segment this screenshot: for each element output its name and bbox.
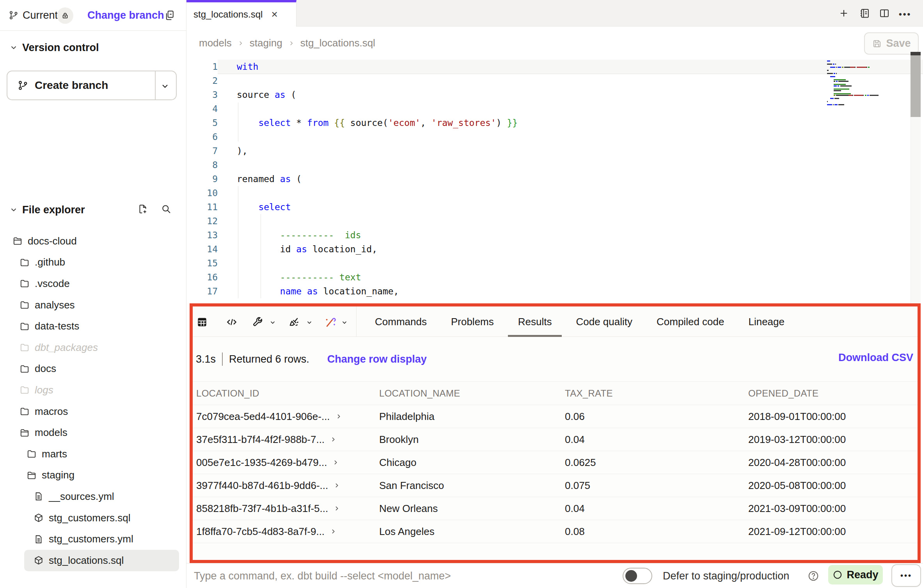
file-label: models: [35, 427, 67, 439]
code-line-3[interactable]: 3source as (: [186, 88, 923, 102]
code-line-13[interactable]: 13 ---------- ids: [186, 228, 923, 242]
broom-dropdown-chevron-icon[interactable]: [306, 319, 313, 326]
code-line-8[interactable]: 8: [186, 158, 923, 172]
command-input[interactable]: Type a command, ex. dbt build --select <…: [194, 563, 584, 588]
file-tree-item-docs-cloud[interactable]: docs-cloud: [0, 230, 186, 252]
table-view-icon[interactable]: [196, 316, 208, 328]
panel-tab-code-quality[interactable]: Code quality: [576, 306, 632, 337]
file-tree-item--sources-yml[interactable]: __sources.yml: [0, 486, 186, 507]
change-row-display-link[interactable]: Change row display: [327, 353, 427, 365]
save-button[interactable]: Save: [864, 32, 919, 55]
folder-open-icon: [20, 428, 30, 438]
file-explorer-chevron-icon[interactable]: [9, 205, 18, 214]
table-cell: 1f8ffa70-7cb5-4d83-8a7f-9...: [196, 526, 379, 538]
close-icon[interactable]: ×: [271, 9, 277, 20]
file-tree-item--github[interactable]: .github: [0, 252, 186, 273]
code-line-10[interactable]: 10: [186, 186, 923, 200]
create-branch-dropdown-chevron-icon[interactable]: [160, 81, 170, 91]
panel-tab-results[interactable]: Results: [518, 306, 552, 337]
code-line-9[interactable]: 9renamed as (: [186, 172, 923, 186]
indent-guide: [238, 103, 238, 142]
results-panel-highlighted: CommandsProblemsResultsCode qualityCompi…: [190, 303, 921, 563]
code-line-2[interactable]: 2: [186, 74, 923, 88]
file-tree-item-staging[interactable]: staging: [0, 465, 186, 486]
version-control-title: Version control: [22, 42, 99, 54]
editor-scrollbar-thumb[interactable]: [911, 55, 921, 117]
code-line-5[interactable]: 5 select * from {{ source('ecom', 'raw_s…: [186, 116, 923, 130]
file-tree-item-models[interactable]: models: [0, 422, 186, 443]
status-badge-ready[interactable]: Ready: [828, 565, 883, 584]
file-tree-item-logs[interactable]: logs: [0, 379, 186, 401]
column-header[interactable]: OPENED_DATE: [748, 388, 918, 399]
wand-icon[interactable]: [325, 316, 336, 328]
code-line-6[interactable]: 6: [186, 130, 923, 144]
plus-icon[interactable]: [838, 8, 849, 19]
button-divider: [155, 71, 156, 99]
panel-tab-lineage[interactable]: Lineage: [748, 306, 785, 337]
code-view-icon[interactable]: [226, 316, 238, 328]
file-label: stg_locations.sql: [49, 554, 124, 567]
table-cell: 0.06: [565, 411, 748, 423]
code-line-1[interactable]: 1with: [186, 60, 923, 74]
wrench-icon[interactable]: [252, 316, 263, 328]
file-tree-item-macros[interactable]: macros: [0, 401, 186, 422]
editor-minimap[interactable]: [827, 60, 910, 106]
editor-tab-stg-locations[interactable]: stg_locations.sql ×: [186, 0, 296, 27]
table-cell: 7c079cea-5ed4-4101-906e-...: [196, 411, 379, 423]
file-tree-item-analyses[interactable]: analyses: [0, 294, 186, 316]
file-tree-item-dbt-packages[interactable]: dbt_packages: [0, 337, 186, 358]
breadcrumb-segment[interactable]: stg_locations.sql: [300, 37, 375, 49]
defer-toggle[interactable]: [623, 568, 652, 584]
notebook-icon[interactable]: [859, 8, 870, 19]
table-cell: 0.075: [565, 480, 748, 492]
line-number: 8: [186, 158, 218, 172]
column-header[interactable]: TAX_RATE: [565, 388, 748, 399]
change-branch-link[interactable]: Change branch: [87, 0, 164, 31]
help-icon[interactable]: [808, 570, 819, 582]
file-tree-item-stg-locations-sql[interactable]: stg_locations.sql: [24, 550, 179, 571]
breadcrumb-segment[interactable]: models: [199, 37, 232, 49]
more-options-button[interactable]: •••: [891, 564, 921, 587]
panel-tab-commands[interactable]: Commands: [375, 306, 427, 337]
breadcrumb-segment[interactable]: staging: [250, 37, 282, 49]
download-csv-link[interactable]: Download CSV: [838, 352, 913, 364]
copy-icon[interactable]: [164, 9, 176, 21]
wand-dropdown-chevron-icon[interactable]: [341, 319, 348, 326]
code-line-17[interactable]: 17 name as location_name,: [186, 284, 923, 298]
broom-icon[interactable]: [288, 316, 300, 328]
ellipsis-icon[interactable]: •••: [899, 9, 910, 20]
file-tree-item-stg-customers-yml[interactable]: stg_customers.yml: [0, 528, 186, 550]
code-editor[interactable]: 1with23source as (45 select * from {{ so…: [186, 60, 923, 298]
panel-tab-compiled-code[interactable]: Compiled code: [657, 306, 724, 337]
folder-icon: [27, 449, 37, 459]
code-line-15[interactable]: 15: [186, 256, 923, 270]
wrench-dropdown-chevron-icon[interactable]: [269, 319, 276, 326]
create-branch-button[interactable]: Create branch: [7, 71, 177, 100]
new-file-icon[interactable]: [137, 204, 148, 214]
column-header[interactable]: LOCATION_ID: [196, 388, 379, 399]
file-tree-item-stg-customers-sql[interactable]: stg_customers.sql: [0, 507, 186, 529]
cell-value: 37e5f311-b7f4-4f2f-988b-7...: [196, 434, 325, 446]
cell-expand-chevron-icon[interactable]: [330, 436, 336, 443]
code-line-12[interactable]: 12: [186, 214, 923, 228]
cell-expand-chevron-icon[interactable]: [330, 528, 336, 535]
file-tree-item-data-tests[interactable]: data-tests: [0, 315, 186, 337]
cell-expand-chevron-icon[interactable]: [334, 482, 340, 489]
code-line-7[interactable]: 7),: [186, 144, 923, 158]
version-control-chevron-icon[interactable]: [9, 43, 18, 52]
file-tree-item-docs[interactable]: docs: [0, 358, 186, 380]
search-icon[interactable]: [161, 204, 172, 214]
split-panel-icon[interactable]: [879, 8, 890, 19]
cell-expand-chevron-icon[interactable]: [335, 413, 342, 420]
code-line-4[interactable]: 4: [186, 102, 923, 116]
column-header[interactable]: LOCATION_NAME: [379, 388, 565, 399]
code-line-16[interactable]: 16 ---------- text: [186, 270, 923, 284]
code-line-11[interactable]: 11 select: [186, 200, 923, 214]
file-tree-item--vscode[interactable]: .vscode: [0, 273, 186, 294]
cell-expand-chevron-icon[interactable]: [332, 459, 339, 466]
table-cell: 0.08: [565, 526, 748, 538]
cell-expand-chevron-icon[interactable]: [334, 505, 340, 512]
file-tree-item-marts[interactable]: marts: [0, 443, 186, 465]
panel-tab-problems[interactable]: Problems: [451, 306, 494, 337]
code-line-14[interactable]: 14 id as location_id,: [186, 242, 923, 256]
